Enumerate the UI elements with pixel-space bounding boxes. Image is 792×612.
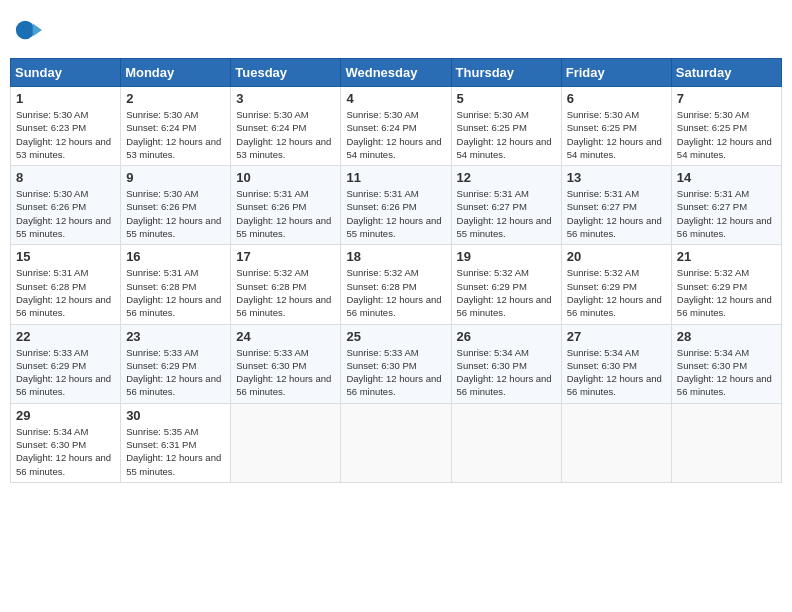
day-info: Sunrise: 5:30 AMSunset: 6:24 PMDaylight:…: [236, 108, 335, 161]
day-info: Sunrise: 5:31 AMSunset: 6:27 PMDaylight:…: [457, 187, 556, 240]
calendar-cell: 16 Sunrise: 5:31 AMSunset: 6:28 PMDaylig…: [121, 245, 231, 324]
day-number: 7: [677, 91, 776, 106]
calendar-cell: 30 Sunrise: 5:35 AMSunset: 6:31 PMDaylig…: [121, 403, 231, 482]
calendar-cell: 29 Sunrise: 5:34 AMSunset: 6:30 PMDaylig…: [11, 403, 121, 482]
calendar-cell: 26 Sunrise: 5:34 AMSunset: 6:30 PMDaylig…: [451, 324, 561, 403]
day-number: 2: [126, 91, 225, 106]
calendar-cell: 2 Sunrise: 5:30 AMSunset: 6:24 PMDayligh…: [121, 87, 231, 166]
calendar-table: Sunday Monday Tuesday Wednesday Thursday…: [10, 58, 782, 483]
day-info: Sunrise: 5:31 AMSunset: 6:26 PMDaylight:…: [346, 187, 445, 240]
day-info: Sunrise: 5:31 AMSunset: 6:28 PMDaylight:…: [16, 266, 115, 319]
day-number: 25: [346, 329, 445, 344]
header-sunday: Sunday: [11, 59, 121, 87]
day-number: 10: [236, 170, 335, 185]
day-info: Sunrise: 5:34 AMSunset: 6:30 PMDaylight:…: [677, 346, 776, 399]
calendar-cell: 21 Sunrise: 5:32 AMSunset: 6:29 PMDaylig…: [671, 245, 781, 324]
day-info: Sunrise: 5:33 AMSunset: 6:30 PMDaylight:…: [236, 346, 335, 399]
day-info: Sunrise: 5:31 AMSunset: 6:26 PMDaylight:…: [236, 187, 335, 240]
day-number: 11: [346, 170, 445, 185]
calendar-cell: 4 Sunrise: 5:30 AMSunset: 6:24 PMDayligh…: [341, 87, 451, 166]
day-number: 16: [126, 249, 225, 264]
day-info: Sunrise: 5:32 AMSunset: 6:28 PMDaylight:…: [346, 266, 445, 319]
calendar-cell: 25 Sunrise: 5:33 AMSunset: 6:30 PMDaylig…: [341, 324, 451, 403]
day-number: 6: [567, 91, 666, 106]
day-number: 3: [236, 91, 335, 106]
day-info: Sunrise: 5:30 AMSunset: 6:24 PMDaylight:…: [126, 108, 225, 161]
day-number: 27: [567, 329, 666, 344]
header-saturday: Saturday: [671, 59, 781, 87]
day-number: 22: [16, 329, 115, 344]
logo-icon: [14, 16, 42, 44]
calendar-cell: 11 Sunrise: 5:31 AMSunset: 6:26 PMDaylig…: [341, 166, 451, 245]
day-number: 5: [457, 91, 556, 106]
calendar-week-5: 29 Sunrise: 5:34 AMSunset: 6:30 PMDaylig…: [11, 403, 782, 482]
day-info: Sunrise: 5:30 AMSunset: 6:25 PMDaylight:…: [677, 108, 776, 161]
day-info: Sunrise: 5:33 AMSunset: 6:29 PMDaylight:…: [126, 346, 225, 399]
calendar-cell: 10 Sunrise: 5:31 AMSunset: 6:26 PMDaylig…: [231, 166, 341, 245]
day-info: Sunrise: 5:30 AMSunset: 6:26 PMDaylight:…: [16, 187, 115, 240]
calendar-cell: [671, 403, 781, 482]
calendar-cell: 7 Sunrise: 5:30 AMSunset: 6:25 PMDayligh…: [671, 87, 781, 166]
calendar-cell: 18 Sunrise: 5:32 AMSunset: 6:28 PMDaylig…: [341, 245, 451, 324]
calendar-cell: 22 Sunrise: 5:33 AMSunset: 6:29 PMDaylig…: [11, 324, 121, 403]
calendar-cell: 15 Sunrise: 5:31 AMSunset: 6:28 PMDaylig…: [11, 245, 121, 324]
day-number: 28: [677, 329, 776, 344]
logo: [14, 16, 44, 44]
calendar-cell: 6 Sunrise: 5:30 AMSunset: 6:25 PMDayligh…: [561, 87, 671, 166]
day-info: Sunrise: 5:31 AMSunset: 6:27 PMDaylight:…: [677, 187, 776, 240]
header-tuesday: Tuesday: [231, 59, 341, 87]
day-number: 18: [346, 249, 445, 264]
header-wednesday: Wednesday: [341, 59, 451, 87]
day-number: 29: [16, 408, 115, 423]
day-info: Sunrise: 5:32 AMSunset: 6:28 PMDaylight:…: [236, 266, 335, 319]
day-number: 30: [126, 408, 225, 423]
calendar-cell: [231, 403, 341, 482]
calendar-week-2: 8 Sunrise: 5:30 AMSunset: 6:26 PMDayligh…: [11, 166, 782, 245]
header-monday: Monday: [121, 59, 231, 87]
calendar-cell: 23 Sunrise: 5:33 AMSunset: 6:29 PMDaylig…: [121, 324, 231, 403]
day-number: 15: [16, 249, 115, 264]
calendar-cell: 14 Sunrise: 5:31 AMSunset: 6:27 PMDaylig…: [671, 166, 781, 245]
svg-point-0: [16, 21, 35, 40]
header-friday: Friday: [561, 59, 671, 87]
calendar-cell: [341, 403, 451, 482]
day-number: 4: [346, 91, 445, 106]
calendar-cell: 1 Sunrise: 5:30 AMSunset: 6:23 PMDayligh…: [11, 87, 121, 166]
day-number: 19: [457, 249, 556, 264]
calendar-cell: 8 Sunrise: 5:30 AMSunset: 6:26 PMDayligh…: [11, 166, 121, 245]
calendar-cell: 24 Sunrise: 5:33 AMSunset: 6:30 PMDaylig…: [231, 324, 341, 403]
day-number: 20: [567, 249, 666, 264]
day-info: Sunrise: 5:30 AMSunset: 6:23 PMDaylight:…: [16, 108, 115, 161]
day-info: Sunrise: 5:32 AMSunset: 6:29 PMDaylight:…: [457, 266, 556, 319]
calendar-cell: [451, 403, 561, 482]
day-info: Sunrise: 5:33 AMSunset: 6:29 PMDaylight:…: [16, 346, 115, 399]
calendar-cell: 28 Sunrise: 5:34 AMSunset: 6:30 PMDaylig…: [671, 324, 781, 403]
day-number: 21: [677, 249, 776, 264]
header-thursday: Thursday: [451, 59, 561, 87]
day-info: Sunrise: 5:31 AMSunset: 6:28 PMDaylight:…: [126, 266, 225, 319]
svg-marker-1: [33, 23, 42, 36]
day-number: 23: [126, 329, 225, 344]
day-info: Sunrise: 5:33 AMSunset: 6:30 PMDaylight:…: [346, 346, 445, 399]
day-number: 26: [457, 329, 556, 344]
day-number: 24: [236, 329, 335, 344]
day-info: Sunrise: 5:30 AMSunset: 6:24 PMDaylight:…: [346, 108, 445, 161]
day-info: Sunrise: 5:30 AMSunset: 6:26 PMDaylight:…: [126, 187, 225, 240]
calendar-header-row: Sunday Monday Tuesday Wednesday Thursday…: [11, 59, 782, 87]
calendar-cell: 5 Sunrise: 5:30 AMSunset: 6:25 PMDayligh…: [451, 87, 561, 166]
day-info: Sunrise: 5:32 AMSunset: 6:29 PMDaylight:…: [567, 266, 666, 319]
calendar-week-1: 1 Sunrise: 5:30 AMSunset: 6:23 PMDayligh…: [11, 87, 782, 166]
day-info: Sunrise: 5:35 AMSunset: 6:31 PMDaylight:…: [126, 425, 225, 478]
day-number: 14: [677, 170, 776, 185]
day-info: Sunrise: 5:34 AMSunset: 6:30 PMDaylight:…: [457, 346, 556, 399]
calendar-week-3: 15 Sunrise: 5:31 AMSunset: 6:28 PMDaylig…: [11, 245, 782, 324]
day-number: 1: [16, 91, 115, 106]
day-info: Sunrise: 5:30 AMSunset: 6:25 PMDaylight:…: [457, 108, 556, 161]
day-info: Sunrise: 5:34 AMSunset: 6:30 PMDaylight:…: [16, 425, 115, 478]
calendar-cell: 9 Sunrise: 5:30 AMSunset: 6:26 PMDayligh…: [121, 166, 231, 245]
day-info: Sunrise: 5:32 AMSunset: 6:29 PMDaylight:…: [677, 266, 776, 319]
calendar-cell: 17 Sunrise: 5:32 AMSunset: 6:28 PMDaylig…: [231, 245, 341, 324]
day-info: Sunrise: 5:34 AMSunset: 6:30 PMDaylight:…: [567, 346, 666, 399]
calendar-cell: 3 Sunrise: 5:30 AMSunset: 6:24 PMDayligh…: [231, 87, 341, 166]
day-info: Sunrise: 5:30 AMSunset: 6:25 PMDaylight:…: [567, 108, 666, 161]
